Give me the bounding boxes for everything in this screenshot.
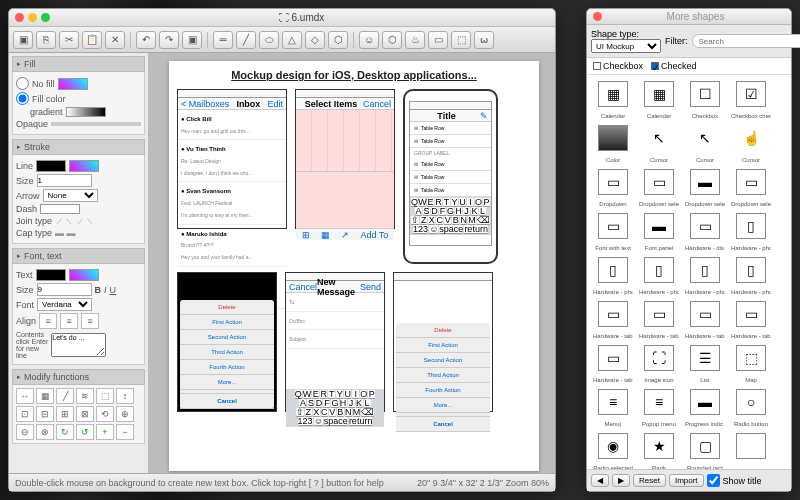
key[interactable]: return [464,225,488,233]
key[interactable]: J [463,207,470,215]
modify-tool[interactable]: ↕ [116,388,134,404]
reset-button[interactable]: Reset [633,474,666,487]
key[interactable]: Z [420,216,427,224]
toolbar-button[interactable]: ⬭ [259,31,279,49]
next-button[interactable]: ▶ [612,474,630,487]
text-color2[interactable] [69,269,99,281]
shape-item[interactable]: ≡Menu( [591,387,635,429]
action-item[interactable]: More... [396,398,490,413]
key[interactable]: I [467,198,474,206]
modify-tool[interactable]: − [116,424,134,440]
font-panel-header[interactable]: Font, text [12,248,145,264]
key[interactable]: M [353,408,361,416]
key[interactable]: J [348,399,355,407]
key[interactable]: F [323,399,330,407]
toolbar-button[interactable]: 📋 [82,31,102,49]
stroke-panel-header[interactable]: Stroke [12,139,145,155]
key[interactable]: C [436,216,443,224]
mockup-select[interactable]: Select ItemsCancel ⊞▦↗Add To [295,89,395,229]
key[interactable]: ⌫ [477,216,490,224]
shape-item[interactable]: ▭Dropdown [591,167,635,209]
minimize-icon[interactable] [28,13,37,22]
key[interactable]: space [439,225,463,233]
shapes-titlebar[interactable]: More shapes [587,9,791,25]
key[interactable]: ☺ [314,417,323,425]
shape-item[interactable]: ▯Hardware - phone [729,211,773,253]
gradient-bar[interactable] [66,107,106,117]
toolbar-button[interactable]: ◇ [305,31,325,49]
shape-item[interactable]: ▭Hardware - tab... [729,299,773,341]
key[interactable]: P [368,390,375,398]
shape-item[interactable]: ⛶Image icon [637,343,681,385]
table-row[interactable]: Table Row [410,122,491,135]
action-item[interactable]: First Action [180,315,274,330]
toolbar-button[interactable]: ⬡ [382,31,402,49]
toolbar-button[interactable]: ⬡ [328,31,348,49]
key[interactable]: H [340,399,347,407]
mockup-actionsheet-light[interactable]: DeleteFirst ActionSecond ActionThird Act… [393,272,493,412]
key[interactable]: X [428,216,435,224]
key[interactable]: D [431,207,438,215]
action-item[interactable]: Delete [180,300,274,315]
prev-button[interactable]: ◀ [591,474,609,487]
modify-tool[interactable]: ⊡ [16,406,34,422]
align-center[interactable]: ≡ [60,313,78,329]
key[interactable]: I [352,390,359,398]
close-icon[interactable] [15,13,24,22]
key[interactable]: E [427,198,434,206]
modify-tool[interactable]: ╱ [56,388,74,404]
mockup-phone[interactable]: Title✎ Table RowTable Row GROUP LABEL Ta… [403,89,498,264]
key[interactable]: Q [295,390,302,398]
key[interactable]: Z [305,408,312,416]
show-title-checkbox[interactable] [707,474,720,487]
key[interactable]: R [320,390,327,398]
cancel-button[interactable]: Cancel [180,393,274,409]
stroke-color[interactable] [36,160,66,172]
toolbar-button[interactable]: ⍵ [474,31,494,49]
key[interactable]: Y [451,198,458,206]
key[interactable]: 123 [298,417,313,425]
key[interactable]: R [435,198,442,206]
key[interactable]: P [483,198,490,206]
key[interactable]: T [443,198,450,206]
modify-tool[interactable]: ⊟ [36,406,54,422]
modify-tool[interactable]: ⊖ [16,424,34,440]
toolbar-button[interactable]: ▣ [13,31,33,49]
shape-item[interactable]: ▬Font panel [637,211,681,253]
key[interactable]: M [468,216,476,224]
key[interactable]: V [444,216,451,224]
canvas[interactable]: Mockup design for iOS, Desktop applicati… [149,53,555,473]
key[interactable]: A [299,399,306,407]
key[interactable]: ⇧ [296,408,304,416]
action-item[interactable]: First Action [396,338,490,353]
key[interactable]: T [328,390,335,398]
key[interactable]: F [439,207,446,215]
key[interactable]: G [447,207,454,215]
list-item[interactable]: ● Maruko IshidaBrunch?? #?!?Hey you and … [178,225,286,267]
mockup-compose[interactable]: CancelNew MessageSend To: Cc/Bcc: Subjec… [285,272,385,412]
dash-select[interactable] [40,204,80,214]
shape-item[interactable]: ▭Font with text [591,211,635,253]
key[interactable]: X [313,408,320,416]
toolbar-button[interactable]: ▭ [428,31,448,49]
toolbar-button[interactable]: ☺ [359,31,379,49]
table-row[interactable]: Table Row [410,184,491,197]
titlebar[interactable]: ⛶ 6.umdx [9,9,555,27]
key[interactable]: S [423,207,430,215]
toolbar-button[interactable]: ═ [213,31,233,49]
action-item[interactable]: Fourth Action [180,360,274,375]
key[interactable]: L [364,399,371,407]
close-icon[interactable] [593,12,602,21]
shape-item[interactable]: ☑Checkbox checked [729,79,773,121]
mockup-actionsheet-dark[interactable]: DeleteFirst ActionSecond ActionThird Act… [177,272,277,412]
shape-item[interactable]: ☝Cursor [729,123,773,165]
action-item[interactable]: Delete [396,323,490,338]
modify-tool[interactable]: ↺ [76,424,94,440]
key[interactable]: ⇧ [411,216,419,224]
fillcolor-radio[interactable] [16,92,29,105]
modify-tool[interactable]: ≋ [76,388,94,404]
modify-tool[interactable]: + [96,424,114,440]
import-button[interactable]: Import [669,474,704,487]
toolbar-button[interactable]: ╱ [236,31,256,49]
color-swatch[interactable] [58,78,88,90]
